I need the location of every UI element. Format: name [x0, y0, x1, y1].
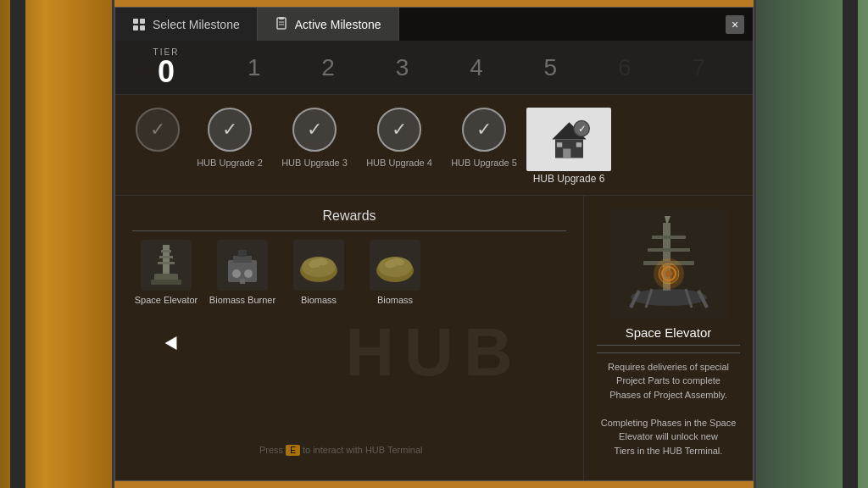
svg-text:✓: ✓	[577, 124, 585, 134]
info-desc-line3: Completing Phases in the Space Elevator …	[601, 418, 737, 442]
milestone-circle-2: ✓	[208, 108, 252, 152]
tab-active-milestone[interactable]: Active Milestone	[258, 8, 399, 41]
milestone-item-3[interactable]: ✓ HUB Upgrade 3	[276, 108, 353, 169]
biomass-img-2	[370, 240, 420, 291]
tier-num-7: 7	[673, 54, 724, 81]
check-icon-5: ✓	[476, 119, 492, 141]
tier-num-4: 4	[451, 54, 502, 81]
rewards-panel: Rewards Space Elevator	[115, 196, 583, 480]
svg-rect-10	[563, 149, 570, 158]
milestone-label-2: HUB Upgrade 2	[197, 157, 263, 169]
reward-label-elevator: Space Elevator	[135, 295, 198, 305]
rewards-grid: Space Elevator Biomass B	[132, 240, 566, 305]
svg-rect-17	[159, 256, 173, 258]
tier-num-2: 2	[303, 54, 353, 81]
grid-icon	[132, 18, 146, 31]
milestone-item-6[interactable]: ✓ HUB Upgrade 6	[531, 108, 607, 186]
close-button[interactable]: ×	[726, 15, 744, 34]
check-icon-4: ✓	[392, 119, 407, 141]
svg-marker-44	[665, 216, 670, 223]
tab-active-label: Active Milestone	[295, 18, 381, 31]
svg-rect-23	[238, 250, 247, 257]
info-desc-line1: Requires deliveries of special Project P…	[608, 362, 729, 386]
svg-rect-2	[133, 25, 138, 30]
tier-num-3: 3	[377, 54, 428, 81]
svg-rect-12	[576, 142, 581, 147]
svg-rect-0	[133, 19, 138, 24]
reward-biomass-burner[interactable]: Biomass Burner	[209, 240, 276, 305]
milestone-scroll: ✓ ✓ HUB Upgrade 2 ✓ HUB Upgrade 3 ✓ HUB …	[115, 95, 753, 196]
right-panel	[754, 0, 868, 488]
milestone-label-3: HUB Upgrade 3	[281, 157, 348, 169]
info-panel: Space Elevator Requires deliveries of sp…	[583, 196, 753, 480]
clipboard-icon	[275, 16, 288, 32]
svg-rect-42	[648, 248, 690, 252]
svg-rect-16	[161, 250, 171, 252]
right-stripe	[843, 0, 858, 488]
reward-space-elevator[interactable]: Space Elevator	[132, 240, 200, 305]
svg-rect-15	[163, 245, 170, 277]
biomass-burner-img	[217, 240, 268, 291]
tab-select-milestone[interactable]: Select Milestone	[115, 8, 258, 41]
tier-number: 0	[158, 57, 175, 87]
svg-rect-43	[652, 236, 686, 239]
svg-rect-26	[240, 279, 245, 284]
rewards-title: Rewards	[132, 208, 566, 231]
milestone-circle-5: ✓	[462, 108, 506, 152]
tier-num-6: 6	[599, 54, 650, 81]
milestone-label-5: HUB Upgrade 5	[451, 157, 517, 169]
milestone-item-5[interactable]: ✓ HUB Upgrade 5	[446, 108, 522, 169]
svg-point-24	[232, 269, 241, 278]
milestone-item-1[interactable]: ✓	[132, 108, 183, 157]
space-elevator-img	[141, 240, 192, 291]
check-icon-3: ✓	[307, 119, 322, 141]
biomass-img-1	[293, 240, 344, 291]
info-desc-line2: Phases of Project Assembly.	[609, 390, 727, 400]
svg-rect-22	[233, 256, 252, 263]
left-stripe	[10, 0, 25, 488]
milestone-item-2[interactable]: ✓ HUB Upgrade 2	[192, 108, 268, 169]
tier-num-1: 1	[229, 54, 280, 81]
svg-rect-19	[154, 274, 178, 280]
svg-rect-18	[158, 262, 175, 264]
milestone-circle-3: ✓	[292, 108, 337, 152]
tab-select-label: Select Milestone	[153, 18, 240, 31]
check-icon-1: ✓	[150, 119, 165, 141]
svg-point-48	[665, 270, 672, 277]
milestone-label-6: HUB Upgrade 6	[533, 173, 605, 186]
milestone-modal: Select Milestone Active Milestone × TIER…	[114, 7, 754, 481]
main-content: HUB Rewards	[115, 196, 753, 480]
reward-label-biomass1: Biomass	[301, 295, 337, 305]
svg-rect-11	[556, 142, 561, 147]
reward-label-burner: Biomass Burner	[209, 295, 275, 305]
tier-numbers: 1 2 3 4 5 6 7	[200, 54, 736, 81]
svg-rect-3	[140, 25, 145, 30]
info-divider	[597, 352, 740, 353]
press-hint: Press E to interact with HUB Terminal	[259, 445, 423, 455]
svg-point-25	[244, 269, 253, 278]
reward-biomass-1[interactable]: Biomass	[285, 240, 353, 305]
space-elevator-machine-img	[609, 208, 728, 319]
info-description: Requires deliveries of special Project P…	[597, 360, 740, 458]
reward-label-biomass2: Biomass	[377, 295, 413, 305]
svg-rect-5	[279, 17, 284, 19]
tier-num-5: 5	[525, 54, 576, 81]
svg-point-35	[631, 289, 707, 306]
svg-rect-1	[140, 19, 145, 24]
milestone-item-4[interactable]: ✓ HUB Upgrade 4	[361, 108, 437, 169]
info-desc-line4: Tiers in the HUB Terminal.	[615, 446, 723, 456]
milestone-label-4: HUB Upgrade 4	[366, 157, 432, 169]
left-panel	[0, 0, 114, 488]
hub-building-icon: ✓	[546, 116, 593, 163]
tier-row: TIER 0 1 2 3 4 5 6 7	[115, 41, 753, 95]
milestone-circle-1: ✓	[136, 108, 180, 152]
tier-box: TIER 0	[132, 47, 200, 87]
check-icon-2: ✓	[222, 119, 237, 141]
milestone-circle-4: ✓	[377, 108, 421, 152]
svg-rect-20	[151, 280, 181, 285]
info-title: Space Elevator	[597, 325, 740, 346]
reward-biomass-2[interactable]: Biomass	[361, 240, 429, 305]
tab-bar: Select Milestone Active Milestone ×	[115, 8, 753, 41]
